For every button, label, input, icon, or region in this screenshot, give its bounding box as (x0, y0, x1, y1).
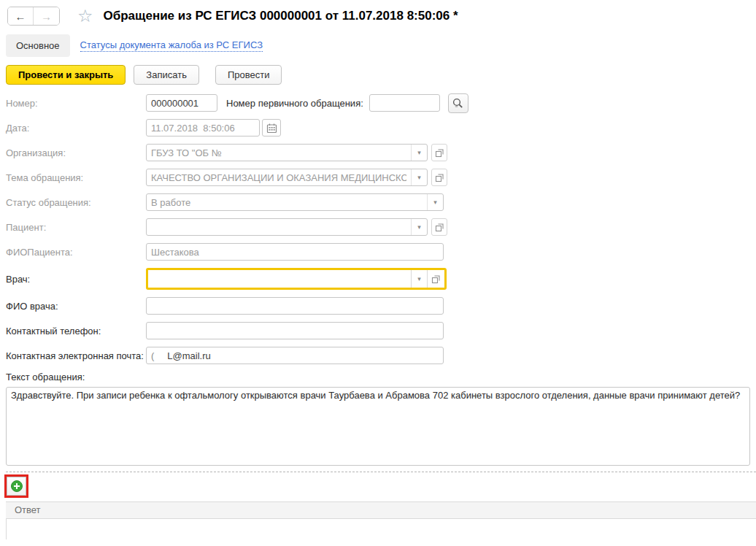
doctor-name-label: ФИО врача: (6, 301, 146, 312)
patient-name-label: ФИОПациента: (6, 247, 146, 258)
chevron-down-icon[interactable]: ▾ (411, 169, 427, 185)
topic-label: Тема обращения: (6, 172, 146, 183)
redacted-fragment: ( (151, 350, 154, 361)
date-label: Дата: (6, 123, 146, 134)
open-link-icon (435, 148, 444, 158)
open-link-icon (435, 173, 444, 182)
topic-open-button[interactable] (431, 169, 447, 186)
command-bar: Провести и закрыть Записать Провести (6, 65, 756, 85)
status-input[interactable] (147, 194, 427, 210)
write-button[interactable]: Записать (134, 65, 199, 85)
doctor-field-focused[interactable]: ▾ (146, 268, 447, 290)
patient-input[interactable] (147, 219, 411, 235)
status-field[interactable]: ▾ (146, 193, 444, 211)
patient-row: Пациент: ▾ (6, 218, 756, 236)
doctor-label: Врач: (6, 274, 146, 285)
patient-name-row: ФИОПациента: (6, 243, 756, 261)
status-row: Статус обращения: ▾ (6, 193, 756, 211)
chevron-down-icon[interactable]: ▾ (411, 270, 427, 288)
number-label: Номер: (6, 98, 146, 109)
number-input[interactable] (146, 94, 217, 112)
phone-row: Контактный телефон: (6, 322, 756, 339)
organization-open-button[interactable] (431, 144, 447, 161)
chevron-down-icon[interactable]: ▾ (411, 145, 427, 161)
open-link-icon (431, 274, 441, 284)
phone-input[interactable] (146, 322, 444, 339)
calendar-icon (266, 123, 277, 134)
email-row: Контактная электронная почта: ( L@mail.r… (6, 347, 756, 364)
plus-icon (10, 480, 23, 493)
topic-input[interactable] (147, 169, 411, 185)
organization-row: Организация: ▾ (6, 144, 756, 161)
email-field[interactable]: ( L@mail.ru (146, 347, 444, 364)
post-button[interactable]: Провести (215, 65, 282, 85)
primary-number-label: Номер первичного обращения: (226, 98, 363, 109)
open-link-icon (435, 223, 444, 232)
appeal-text-label: Текст обращения: (6, 372, 756, 382)
section-separator (6, 472, 756, 472)
patient-open-button[interactable] (431, 218, 447, 236)
calendar-button[interactable] (262, 119, 281, 136)
forward-button[interactable]: → (34, 7, 59, 25)
doctor-name-row: ФИО врача: (6, 297, 756, 315)
back-button[interactable]: ← (8, 7, 34, 25)
date-row: Дата: (6, 119, 756, 136)
organization-field[interactable]: ▾ (146, 144, 428, 161)
appeal-text-area[interactable]: Здравствуйте. При записи ребенка к офтал… (6, 387, 750, 466)
topic-field[interactable]: ▾ (146, 169, 428, 186)
primary-number-input[interactable] (369, 94, 440, 112)
search-icon (452, 97, 464, 109)
phone-label: Контактный телефон: (6, 326, 146, 337)
topic-row: Тема обращения: ▾ (6, 169, 756, 186)
document-form: Номер: Номер первичного обращения: Дата: (6, 94, 756, 364)
tab-main[interactable]: Основное (6, 34, 70, 57)
doctor-name-input[interactable] (146, 297, 444, 315)
date-input[interactable] (146, 119, 260, 136)
statuses-link[interactable]: Статусы документа жалоба из РС ЕГИСЗ (80, 39, 263, 52)
answers-table-body[interactable] (6, 519, 756, 539)
answers-toolbar (4, 474, 756, 498)
doctor-input[interactable] (148, 270, 411, 288)
email-value: L@mail.ru (167, 350, 210, 361)
window-header: ← → ☆ Обращение из РС ЕГИСЗ 000000001 от… (0, 0, 756, 26)
organization-label: Организация: (6, 147, 146, 158)
patient-field[interactable]: ▾ (146, 218, 428, 236)
history-nav: ← → (7, 7, 60, 26)
answers-column-title: Ответ (15, 504, 41, 515)
chevron-down-icon[interactable]: ▾ (411, 219, 427, 235)
highlight-annotation-box (4, 474, 28, 498)
search-button[interactable] (448, 93, 468, 113)
section-tabs: Основное Статусы документа жалоба из РС … (6, 34, 756, 57)
answers-table-header: Ответ (6, 501, 756, 519)
patient-label: Пациент: (6, 222, 146, 233)
organization-input[interactable] (147, 145, 411, 161)
number-row: Номер: Номер первичного обращения: (6, 94, 756, 112)
post-and-close-button[interactable]: Провести и закрыть (6, 65, 126, 85)
favorite-star-icon[interactable]: ☆ (77, 8, 93, 24)
doctor-open-button[interactable] (427, 270, 444, 288)
email-label: Контактная электронная почта: (6, 350, 146, 361)
chevron-down-icon[interactable]: ▾ (427, 194, 443, 210)
patient-name-input[interactable] (146, 243, 444, 261)
page-title: Обращение из РС ЕГИСЗ 000000001 от 11.07… (104, 9, 458, 23)
doctor-row: Врач: ▾ (6, 268, 756, 290)
status-label: Статус обращения: (6, 197, 146, 208)
add-row-button[interactable] (7, 477, 26, 496)
